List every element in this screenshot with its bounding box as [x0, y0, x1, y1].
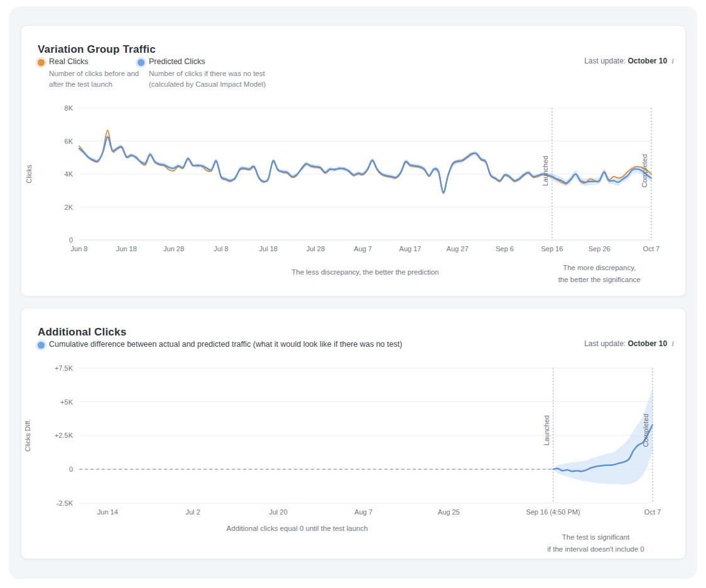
- legend-label: Cumulative difference between actual and…: [49, 340, 402, 349]
- legend-real-clicks: Real Clicks Number of clicks before and …: [38, 57, 147, 89]
- x-tick-label: Aug 7: [354, 245, 372, 253]
- card-title: Variation Group Traffic: [38, 43, 156, 56]
- last-update-label: Last update:: [584, 57, 626, 65]
- last-update: Last update: October 10i: [584, 56, 674, 66]
- legend-desc: Number of clicks if there was no test (c…: [149, 68, 291, 89]
- predicted-clicks-dot-icon: [138, 59, 144, 66]
- axis-annotation: The more discrepancy,: [563, 264, 636, 271]
- y-tick-label: 4K: [65, 170, 73, 178]
- x-tick-label: Jun 14: [97, 508, 118, 516]
- last-update-value: October 10: [628, 339, 668, 348]
- legend-label: Predicted Clicks: [149, 57, 291, 66]
- cumulative-difference-dot-icon: [38, 342, 45, 349]
- x-tick-label: Aug 27: [447, 245, 469, 253]
- axis-annotation: if the interval doesn't include 0: [547, 545, 644, 553]
- card-title: Additional Clicks: [38, 326, 126, 339]
- real-clicks-dot-icon: [38, 59, 45, 66]
- x-tick-label: Sep 16: [541, 245, 563, 253]
- x-tick-label: Jul 28: [307, 245, 325, 253]
- x-tick-label: Aug 25: [438, 508, 460, 516]
- x-tick-label: Jul 18: [259, 245, 278, 253]
- legend-cumulative-difference: Cumulative difference between actual and…: [38, 340, 402, 349]
- additional-clicks-chart[interactable]: -2.5K0+2.5K+5K+7.5KJun 14Jul 2Jul 20Aug …: [21, 354, 685, 557]
- x-tick-label: Jul 2: [185, 508, 200, 516]
- vline-label-completed: Completed: [642, 413, 649, 447]
- legend-label: Real Clicks: [49, 57, 147, 66]
- last-update: Last update: October 10i: [584, 339, 674, 349]
- y-tick-label: 0: [69, 466, 73, 473]
- vline-label-launched: Launched: [541, 156, 549, 186]
- x-tick-label: Sep 6: [496, 245, 514, 253]
- axis-annotation: the better the significance: [558, 276, 641, 283]
- x-tick-label: Jun 18: [116, 245, 137, 253]
- legend-desc: Number of clicks before and after the te…: [49, 68, 147, 89]
- y-axis-title: Clicks Diff.: [24, 419, 31, 452]
- info-icon[interactable]: i: [671, 339, 674, 348]
- x-tick-label: Aug 17: [399, 245, 421, 253]
- vline-label-completed: Completed: [641, 154, 648, 187]
- x-tick-label: Aug 7: [354, 508, 372, 516]
- x-tick-label: Oct 7: [643, 245, 660, 253]
- axis-annotation: The less discrepancy, the better the pre…: [291, 268, 438, 276]
- y-tick-label: +2.5K: [55, 432, 73, 439]
- x-tick-label: Oct 7: [644, 508, 661, 516]
- last-update-label: Last update:: [584, 339, 626, 348]
- y-tick-label: 0: [69, 236, 73, 244]
- variation-group-traffic-card: Variation Group Traffic Real Clicks Numb…: [21, 25, 686, 297]
- x-tick-label: Jun 28: [163, 245, 184, 253]
- y-tick-label: +7.5K: [55, 364, 73, 372]
- x-tick-label: Jun 8: [71, 245, 88, 253]
- x-tick-label: Jul 20: [269, 508, 287, 516]
- y-tick-label: 2K: [65, 204, 73, 211]
- x-tick-label: Jul 8: [214, 245, 228, 253]
- x-tick-label: Sep 26: [589, 245, 611, 253]
- vline-label-launched: Launched: [543, 415, 550, 445]
- info-icon[interactable]: i: [671, 56, 674, 65]
- y-tick-label: -2.5K: [57, 499, 73, 507]
- additional-clicks-card: Additional Clicks Cumulative difference …: [21, 308, 686, 559]
- legend-predicted-clicks: Predicted Clicks Number of clicks if the…: [138, 57, 291, 89]
- y-axis-title: Clicks: [25, 165, 33, 183]
- dashboard-background: Variation Group Traffic Real Clicks Numb…: [9, 6, 697, 579]
- axis-annotation: Additional clicks equal 0 until the test…: [227, 525, 368, 532]
- x-tick-label: Sep 16 (4:50 PM): [526, 508, 580, 516]
- axis-annotation: The test is significant: [562, 533, 630, 541]
- last-update-value: October 10: [628, 57, 668, 65]
- y-tick-label: 8K: [65, 104, 73, 112]
- y-tick-label: +5K: [60, 398, 73, 406]
- y-tick-label: 6K: [65, 138, 73, 145]
- traffic-chart[interactable]: 02K4K6K8KJun 8Jun 18Jun 28Jul 8Jul 18Jul…: [21, 100, 685, 295]
